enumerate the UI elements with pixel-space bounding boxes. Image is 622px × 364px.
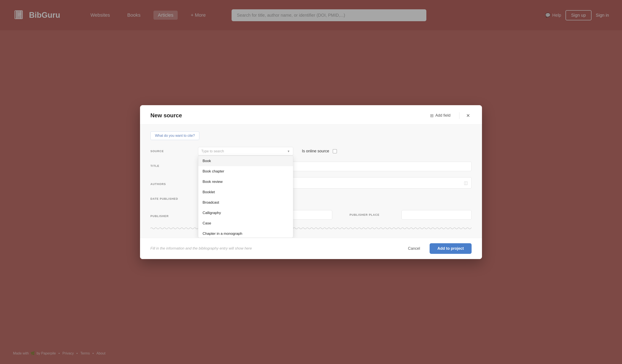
publisher-label: PUBLISHER <box>150 212 198 218</box>
authors-icon: ◫ <box>464 180 468 186</box>
title-label: TITLE <box>150 162 198 168</box>
cancel-button[interactable]: Cancel <box>403 243 425 254</box>
authors-label: AUTHORS <box>150 180 198 186</box>
source-label: SOURCE <box>150 147 198 153</box>
dropdown-item-chapter-monograph[interactable]: Chapter in a monograph <box>198 229 293 238</box>
header-divider <box>459 112 460 119</box>
what-cite-button[interactable]: What do you want to cite? <box>150 131 199 140</box>
modal-footer: Fill in the information and the bibliogr… <box>140 238 482 259</box>
add-field-icon: ⊞ <box>430 113 434 118</box>
source-dropdown-wrapper: Type to search ▼ Book Book chapter Book … <box>198 147 293 156</box>
source-section: Type to search ▼ Book Book chapter Book … <box>198 147 472 156</box>
modal-header: New source ⊞ Add field × <box>140 105 482 124</box>
publisher-place-input[interactable] <box>402 210 472 220</box>
dropdown-item-book-review[interactable]: Book review <box>198 177 293 187</box>
online-source-section: Is online source <box>302 149 337 153</box>
add-field-button[interactable]: ⊞ Add field <box>427 111 454 120</box>
dropdown-item-broadcast[interactable]: Broadcast <box>198 197 293 208</box>
dropdown-item-calligraphy[interactable]: Calligraphy <box>198 208 293 218</box>
footer-hint: Fill in the information and the bibliogr… <box>150 246 252 250</box>
online-source-label: Is online source <box>302 149 329 153</box>
close-button[interactable]: × <box>465 112 472 119</box>
add-field-label: Add field <box>435 113 451 118</box>
source-dropdown-menu: Book Book chapter Book review Booklet Br… <box>198 156 293 238</box>
date-published-label: DATE PUBLISHED <box>150 194 198 200</box>
new-source-modal: New source ⊞ Add field × What do you wan… <box>140 105 482 259</box>
modal-body: What do you want to cite? SOURCE Type to… <box>140 124 482 238</box>
source-dropdown-trigger[interactable]: Type to search ▼ <box>198 147 293 156</box>
online-source-checkbox[interactable] <box>333 149 337 153</box>
modal-header-actions: ⊞ Add field × <box>427 111 472 120</box>
dropdown-item-booklet[interactable]: Booklet <box>198 187 293 197</box>
dropdown-item-book[interactable]: Book <box>198 156 293 166</box>
dropdown-item-case[interactable]: Case <box>198 218 293 229</box>
dropdown-item-book-chapter[interactable]: Book chapter <box>198 166 293 177</box>
source-form-row: SOURCE Type to search ▼ Book Book chapte… <box>150 147 472 156</box>
chevron-down-icon: ▼ <box>287 150 290 153</box>
modal-backdrop: New source ⊞ Add field × What do you wan… <box>0 0 622 364</box>
add-to-project-button[interactable]: Add to project <box>430 243 472 254</box>
publisher-place-label: PUBLISHER PLACE <box>350 213 402 216</box>
modal-title: New source <box>150 112 182 119</box>
source-dropdown-placeholder: Type to search <box>201 149 224 153</box>
footer-actions: Cancel Add to project <box>403 243 472 254</box>
